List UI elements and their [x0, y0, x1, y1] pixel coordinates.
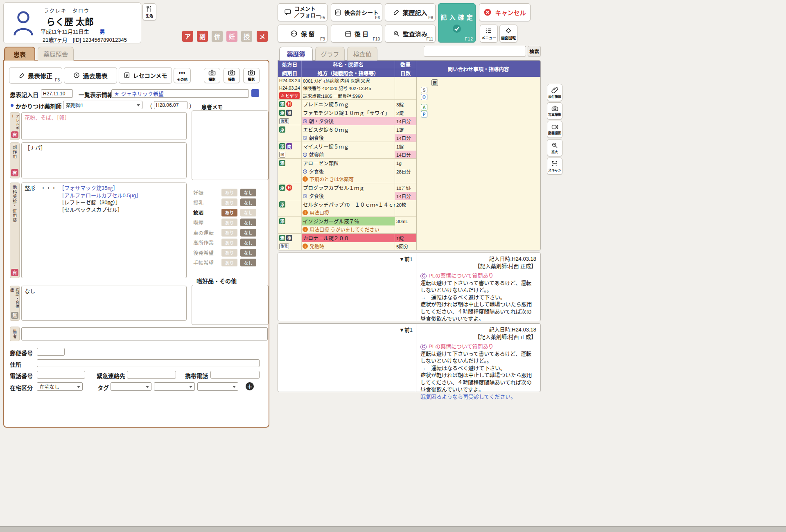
side-effect-box[interactable]: ［ナパ］ [21, 142, 187, 178]
video-capture-button[interactable]: 動画撮影 [547, 121, 562, 138]
search-button[interactable]: 検索 [528, 46, 541, 56]
drug-name[interactable]: カロナール錠２００ [302, 234, 395, 242]
toggle-ari[interactable]: あり [221, 189, 237, 196]
tab-kanpyo[interactable]: 患表 [4, 47, 35, 61]
toggle-nashi[interactable]: なし [240, 219, 256, 226]
hold-button[interactable]: 保 留 F9 [278, 25, 328, 43]
toggle-nashi[interactable]: なし [240, 198, 256, 206]
days-cell: 14日分 [395, 151, 416, 158]
record-entry-button[interactable]: 薬歴記入 F8 [385, 3, 436, 21]
past-sheet-button[interactable]: 過去患表 [64, 67, 117, 83]
toggle-nashi[interactable]: なし [240, 239, 256, 246]
tag-add-button[interactable]: ＋ [246, 382, 254, 390]
toggle-ari[interactable]: あり [221, 259, 237, 266]
toggle-nashi[interactable]: なし [240, 189, 256, 196]
record-note[interactable]: 記入日時:H24.03.18 【記入薬剤師:村西 正成】 CPLの薬情について質… [416, 253, 540, 321]
prev-record-toggle[interactable]: ▼前1 [399, 326, 413, 334]
photo-button-1[interactable]: 撮影 [204, 68, 220, 83]
zaitaku-select[interactable]: 在宅なし [37, 382, 83, 391]
photo-button-3[interactable]: 撮影 [243, 68, 260, 83]
comment-follow-button[interactable]: コメント／フォロー F5 [278, 3, 328, 21]
drug-name[interactable]: プログラフカプセル１ｍｇ [302, 183, 395, 192]
days-cell: 5回分 [395, 242, 416, 250]
tag-select-1[interactable] [111, 382, 151, 391]
inquiry-cell[interactable]: 歴 S O A P [416, 77, 540, 250]
tab-yakureki-shokai[interactable]: 薬歴照会 [38, 47, 74, 61]
flag-allergy[interactable]: ア [182, 31, 193, 42]
toggle-ari[interactable]: あり [221, 209, 237, 216]
allergy-box[interactable]: 花粉、そば、［卵］ [21, 112, 187, 140]
instruction-note: 発熱時 [302, 242, 395, 250]
history-search-input[interactable] [424, 46, 526, 56]
address-input[interactable] [37, 359, 260, 367]
list-info-field[interactable]: ジェネリック希望 [111, 89, 249, 98]
toggle-ari[interactable]: あり [221, 219, 237, 226]
remarks-input[interactable] [21, 327, 268, 340]
badge-high-risk: H [286, 101, 292, 107]
drug-name[interactable]: エビスタ錠６０ｍｇ [302, 125, 395, 134]
tab-kensachi[interactable]: 検査値 [347, 47, 377, 61]
prev-record-toggle[interactable]: ▼前1 [399, 255, 413, 263]
toggle-nashi[interactable]: なし [240, 259, 256, 266]
history-box[interactable]: なし [21, 286, 187, 321]
drug-name[interactable]: アローゼン顆粒 [302, 159, 395, 167]
life-button[interactable]: 生活 [142, 3, 156, 20]
flag-concomitant[interactable]: 併 [212, 31, 223, 42]
patient-sex: 男 [100, 29, 105, 35]
edit-sheet-button[interactable]: 患表修正 F3 [9, 67, 62, 83]
hiyari-badge[interactable]: ヒヤリ [279, 92, 300, 99]
patient-memo-box[interactable] [192, 110, 269, 180]
resecon-memo-button[interactable]: レセコンメモ [119, 67, 172, 83]
kakaritsuke-select[interactable]: 薬剤師1 [63, 101, 142, 109]
toggle-ari[interactable]: あり [221, 239, 237, 246]
mobile-input[interactable] [210, 371, 260, 379]
list-info-value: ジェネリック希望 [121, 90, 164, 97]
scan-button[interactable]: スキャン [547, 158, 562, 175]
toggle-ari[interactable]: あり [221, 229, 237, 237]
drug-name[interactable]: イソジンガーグル液７％ [302, 217, 395, 225]
record-note[interactable]: 記入日時:H24.03.18 【記入薬剤師:村西 正成】 CPLの薬情について質… [416, 324, 540, 392]
menu-list-icon [485, 27, 492, 34]
toggle-ari[interactable]: あり [221, 198, 237, 206]
zoom-in-button[interactable]: 拡大 [547, 139, 562, 156]
flag-side-effect[interactable]: 副 [197, 31, 208, 42]
menu-button[interactable]: メニュー [480, 25, 498, 43]
clock-icon [303, 169, 307, 174]
flag-memo[interactable]: メ [257, 31, 268, 42]
postal-input[interactable] [37, 348, 65, 356]
after-accounting-button[interactable]: 後会計シート F6 [331, 3, 382, 21]
toggle-nashi[interactable]: なし [240, 249, 256, 257]
flag-nursing[interactable]: 授 [241, 31, 252, 42]
tel-input[interactable] [37, 371, 85, 379]
other-button[interactable]: ••• その他 [174, 68, 191, 83]
tab-yakurekibo[interactable]: 薬歴簿 [279, 47, 313, 61]
tag-select-3[interactable] [197, 382, 238, 391]
preference-box[interactable] [192, 285, 269, 325]
kakaritsuke-date-input[interactable] [154, 101, 187, 109]
tag-select-2[interactable] [154, 382, 195, 391]
attachment-button[interactable]: 添付情報 [547, 84, 562, 101]
later-date-button[interactable]: 後 日 F10 [331, 25, 382, 43]
drug-name[interactable]: プレドニン錠５ｍｇ [302, 100, 395, 108]
tab-graph[interactable]: グラフ [315, 47, 345, 61]
cancel-button[interactable]: キャンセル [479, 3, 531, 21]
pencil-icon [19, 72, 25, 79]
toggle-nashi[interactable]: なし [240, 229, 256, 237]
photo-button-2[interactable]: 撮影 [224, 68, 240, 83]
flag-pregnancy[interactable]: 妊 [226, 31, 237, 42]
toggle-nashi[interactable]: なし [240, 209, 256, 216]
confirm-entry-button[interactable]: 記 入 確 定 F12 [438, 3, 476, 43]
entry-date-input[interactable] [41, 89, 73, 98]
emergency-input[interactable] [127, 371, 176, 379]
drug-name[interactable]: セルタッチパップ70 １０ｃｍ×１４ｃｍ [302, 200, 395, 209]
audited-button[interactable]: 監査済み F11 [385, 25, 436, 43]
drug-name[interactable]: マイスリー錠５ｍｇ [302, 142, 395, 151]
drug-name[interactable]: ファモチジンＤ錠１０ｍｇ「サワイ」 [302, 108, 395, 117]
photo-capture-button[interactable]: 写真撮影 [547, 102, 562, 119]
toggle-ari[interactable]: あり [221, 249, 237, 257]
list-info-color-button[interactable] [251, 89, 259, 97]
info-icon [303, 176, 308, 182]
rotate-screen-button[interactable]: 画面回転 [499, 25, 517, 43]
note-advice-link[interactable]: 眠気困るようなら再受診してください。 [420, 393, 536, 401]
other-med-box[interactable]: 整形 ・・・ ［フォサマック錠35㎎］ ［アルファロールカプセル0.5μg］ ［… [21, 183, 187, 278]
